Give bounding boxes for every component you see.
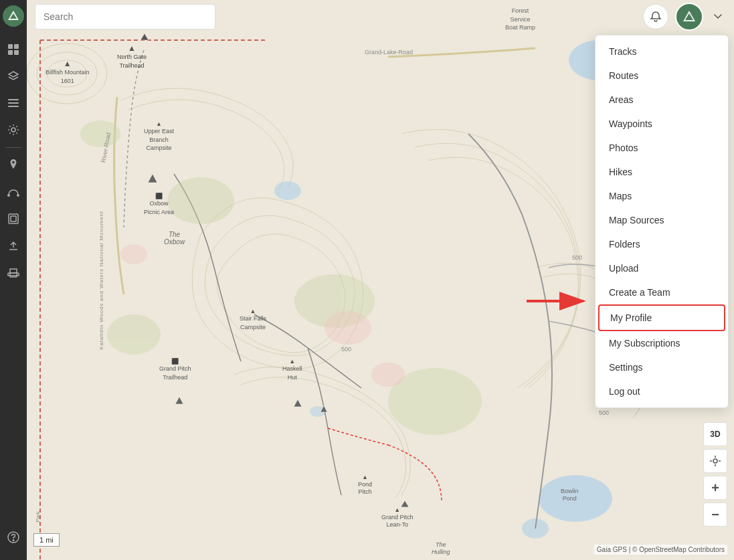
menu-item-my-subscriptions[interactable]: My Subscriptions [595, 331, 728, 355]
scale-bar: 1 mi [33, 533, 60, 547]
menu-toggle-button[interactable] [710, 9, 726, 25]
sidebar-list-icon[interactable] [1, 91, 25, 115]
map-zoom-in-button[interactable]: + [703, 476, 727, 500]
map-zoom-out-button[interactable]: − [703, 502, 727, 527]
svg-point-39 [17, 194, 19, 197]
svg-rect-42 [10, 273, 17, 277]
menu-item-maps[interactable]: Maps [595, 184, 728, 208]
svg-rect-29 [8, 44, 13, 49]
sidebar-settings-icon[interactable] [1, 118, 25, 142]
svg-point-11 [167, 177, 234, 224]
menu-item-my-profile[interactable]: My Profile [598, 304, 725, 331]
svg-rect-31 [8, 50, 13, 55]
menu-item-create-team[interactable]: Create a Team [595, 280, 728, 304]
svg-point-16 [371, 363, 405, 387]
sidebar [0, 0, 27, 560]
sidebar-layers-icon[interactable] [1, 64, 25, 88]
menu-item-map-sources[interactable]: Map Sources [595, 208, 728, 232]
search-input[interactable] [35, 4, 215, 29]
map-controls: 3D + − [703, 422, 727, 527]
sidebar-upload-icon[interactable] [1, 234, 25, 258]
sidebar-divider-1 [5, 147, 21, 148]
sidebar-grid-icon[interactable] [1, 37, 25, 62]
topbar [27, 0, 734, 33]
park-boundary-label: Katahdin Woods and Waters National Monum… [98, 211, 104, 349]
menu-item-photos[interactable]: Photos [595, 136, 728, 160]
map-3d-button[interactable]: 3D [703, 422, 727, 446]
sidebar-location-icon[interactable] [1, 153, 25, 177]
sidebar-route-icon[interactable] [1, 180, 25, 204]
sidebar-frame-icon[interactable] [1, 207, 25, 231]
attribution: Gaia GPS | © OpenStreetMap Contributors [594, 545, 727, 555]
svg-point-14 [107, 314, 161, 355]
svg-point-48 [713, 459, 717, 463]
svg-point-4 [539, 475, 612, 522]
sidebar-help-icon[interactable] [1, 525, 25, 549]
menu-item-settings[interactable]: Settings [595, 355, 728, 379]
svg-point-15 [325, 311, 371, 345]
my-profile-arrow [520, 288, 593, 317]
menu-item-tracks[interactable]: Tracks [595, 39, 728, 64]
svg-rect-34 [8, 99, 19, 100]
svg-rect-32 [14, 50, 19, 55]
svg-rect-36 [8, 106, 19, 107]
svg-marker-33 [9, 72, 18, 77]
svg-rect-40 [9, 214, 18, 223]
menu-item-hikes[interactable]: Hikes [595, 160, 728, 184]
svg-point-17 [120, 244, 147, 264]
menu-item-routes[interactable]: Routes [595, 64, 728, 88]
menu-item-areas[interactable]: Areas [595, 88, 728, 112]
svg-point-38 [7, 194, 10, 197]
map-locate-button[interactable] [703, 449, 727, 473]
park-label-bottom: Park [35, 511, 41, 522]
svg-text:500: 500 [572, 254, 582, 261]
user-avatar-button[interactable] [675, 3, 703, 31]
svg-text:500: 500 [599, 409, 609, 416]
svg-rect-35 [8, 102, 19, 104]
app-logo[interactable] [3, 5, 24, 27]
menu-item-upload[interactable]: Upload [595, 256, 728, 280]
menu-item-log-out[interactable]: Log out [595, 379, 728, 403]
menu-item-folders[interactable]: Folders [595, 232, 728, 256]
svg-rect-30 [14, 44, 19, 49]
notifications-button[interactable] [643, 4, 668, 29]
svg-point-37 [11, 128, 15, 132]
sidebar-print-icon[interactable] [1, 260, 25, 284]
svg-text:500: 500 [341, 346, 351, 353]
svg-point-10 [80, 120, 120, 147]
dropdown-menu: Tracks Routes Areas Waypoints Photos Hik… [595, 35, 729, 408]
svg-point-44 [13, 540, 14, 541]
svg-rect-41 [11, 216, 16, 221]
menu-item-waypoints[interactable]: Waypoints [595, 112, 728, 136]
